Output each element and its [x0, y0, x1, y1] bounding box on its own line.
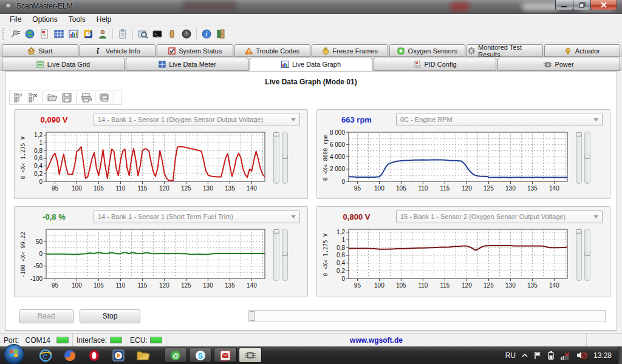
scanmaster-taskbar-button[interactable] — [239, 348, 262, 363]
gauges-icon[interactable] — [81, 27, 95, 41]
pid-selector[interactable]: 14 - Bank 1 - Sensor 1 (Short Term Fuel … — [94, 210, 300, 223]
svg-text:0: 0 — [39, 251, 43, 257]
chart-panel-o2-b1s1-voltage: 0,090 V 14 - Bank 1 - Sensor 1 (Oxygen S… — [14, 109, 308, 199]
print-icon[interactable] — [78, 91, 93, 104]
zoom-slider[interactable] — [576, 132, 582, 184]
globe-icon[interactable] — [23, 27, 36, 41]
checkbox-icon — [168, 47, 176, 55]
tab-vehicle-info[interactable]: iVehicle Info — [80, 44, 156, 57]
battery-icon[interactable] — [165, 27, 179, 41]
tab-trouble-codes[interactable]: Trouble Codes — [234, 44, 311, 57]
user-icon[interactable] — [96, 27, 109, 41]
svg-text:100: 100 — [374, 282, 384, 289]
svg-text:120: 120 — [159, 185, 169, 192]
offset-slider[interactable] — [282, 132, 288, 184]
read-button[interactable]: Read — [19, 309, 73, 323]
zoom-slider[interactable] — [576, 229, 582, 281]
svg-text:115: 115 — [137, 185, 147, 192]
volume-muted-icon[interactable] — [576, 351, 587, 360]
tab-pid-config[interactable]: PID Config — [374, 58, 496, 71]
tab-live-data-meter[interactable]: Live Data Meter — [126, 58, 248, 71]
remove-graph-icon[interactable]: x — [26, 91, 41, 104]
zoom-slider[interactable] — [273, 132, 279, 184]
pid-selector[interactable]: 0C - Engine RPM — [396, 113, 603, 126]
minimize-button[interactable] — [555, 0, 573, 10]
svg-text:135: 135 — [225, 282, 235, 289]
svg-text:0,6: 0,6 — [34, 155, 43, 161]
menu-file[interactable]: File — [5, 14, 26, 25]
firefox-icon[interactable] — [63, 349, 77, 362]
tab-actuator[interactable]: Actuator — [544, 44, 621, 57]
report-icon[interactable] — [38, 27, 51, 41]
action-center-flag-icon[interactable] — [534, 351, 542, 360]
clock[interactable]: 13:28 — [593, 351, 612, 360]
svg-text:95: 95 — [354, 282, 361, 289]
website-link[interactable]: www.wgsoft.de — [350, 336, 403, 345]
show-desktop-button[interactable] — [618, 346, 622, 364]
terminal-icon[interactable]: >_ — [151, 27, 164, 41]
menu-tools[interactable]: Tools — [64, 14, 91, 25]
network-icon[interactable] — [560, 351, 570, 360]
pid-selector[interactable]: 14 - Bank 1 - Sensor 1 (Oxygen Sensor Ou… — [94, 113, 300, 126]
opera-icon[interactable] — [87, 349, 101, 362]
start-button[interactable] — [4, 344, 24, 364]
scale-sliders — [576, 229, 590, 281]
line-chart: 00,20,40,60,811,295100105110115120125130… — [23, 129, 271, 196]
svg-text:130: 130 — [505, 282, 516, 289]
explorer-folder-icon[interactable] — [136, 349, 151, 362]
svg-text:0,8: 0,8 — [34, 147, 43, 154]
chart-panel-engine-rpm: 663 rpm 0C - Engine RPM 0 <X< 8000 rpm 0… — [316, 109, 610, 199]
tab-start[interactable]: Start — [2, 44, 78, 57]
svg-text:e: e — [43, 350, 47, 360]
current-value: 0,090 V — [15, 115, 94, 124]
media-player-icon[interactable] — [112, 349, 125, 362]
offset-slider[interactable] — [584, 229, 590, 281]
add-graph-icon[interactable]: + — [12, 91, 26, 104]
svg-text:@: @ — [173, 352, 179, 359]
close-button[interactable] — [590, 0, 617, 10]
ecu-status-led — [150, 337, 162, 343]
open-icon[interactable] — [45, 91, 60, 104]
home-icon — [27, 47, 35, 55]
clipboard-icon[interactable] — [116, 27, 129, 41]
save-icon[interactable] — [60, 91, 74, 104]
svg-text:115: 115 — [440, 185, 449, 192]
tab-oxygen-sensors[interactable]: Oxygen Sensors — [389, 44, 466, 57]
svg-text:105: 105 — [396, 185, 406, 192]
zoom-slider[interactable] — [273, 229, 279, 281]
info-icon[interactable]: i — [200, 27, 213, 41]
dial-icon[interactable] — [180, 27, 193, 41]
tab-live-data-grid[interactable]: Live Data Grid — [2, 58, 125, 71]
svg-text:100: 100 — [374, 185, 384, 192]
svg-text:125: 125 — [484, 185, 494, 192]
connect-icon[interactable] — [9, 27, 22, 41]
svg-text:-100: -100 — [30, 275, 43, 282]
search-window-icon[interactable] — [136, 27, 149, 41]
tab-power[interactable]: Power — [497, 58, 620, 71]
tab-monitored-test-results[interactable]: Monitored Test Results — [466, 44, 543, 57]
language-indicator[interactable]: RU — [505, 351, 516, 360]
hidden-icons-arrow-icon[interactable] — [522, 353, 528, 358]
skype-taskbar-button[interactable]: S — [189, 348, 212, 363]
pid-selector[interactable]: 15 - Bank 1 - Sensor 2 (Oxygen Sensor Ou… — [396, 210, 603, 223]
print-export-icon[interactable] — [97, 91, 112, 104]
menu-options[interactable]: Options — [27, 14, 62, 25]
offset-slider[interactable] — [584, 132, 590, 184]
tab-freeze-frames[interactable]: Freeze Frames — [312, 44, 388, 57]
data-grid-icon[interactable] — [52, 27, 66, 41]
exit-icon[interactable] — [214, 27, 228, 41]
data-graph-icon[interactable] — [67, 27, 80, 41]
offset-slider[interactable] — [282, 229, 288, 281]
restore-button[interactable] — [573, 0, 591, 10]
mail-app-taskbar-button[interactable] — [214, 348, 237, 363]
internet-explorer-icon[interactable]: e — [39, 349, 52, 362]
mail-agent-taskbar-button[interactable]: @ — [164, 348, 187, 363]
tab-live-data-graph[interactable]: Live Data Graph — [250, 58, 372, 71]
battery-icon[interactable] — [548, 351, 554, 360]
svg-text:0: 0 — [341, 178, 345, 185]
svg-text:130: 130 — [203, 185, 213, 192]
bar-chart-icon — [281, 61, 289, 69]
stop-button[interactable]: Stop — [80, 309, 140, 323]
menu-help[interactable]: Help — [92, 14, 117, 25]
tab-system-status[interactable]: System Status — [157, 44, 233, 57]
